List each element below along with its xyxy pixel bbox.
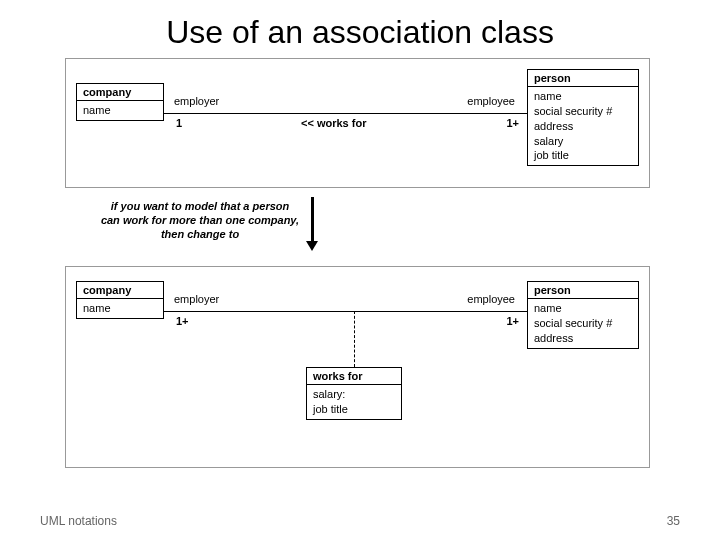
class-person-2: person name social security # address bbox=[527, 281, 639, 349]
class-person: person name social security # address sa… bbox=[527, 69, 639, 166]
class-company-2-name: company bbox=[77, 282, 163, 299]
association-line bbox=[164, 113, 527, 114]
class-company: company name bbox=[76, 83, 164, 121]
works-for-attrs: salary: job title bbox=[307, 385, 401, 419]
multiplicity-left-2: 1+ bbox=[176, 315, 189, 327]
association-class-dashed-link bbox=[354, 311, 355, 367]
footer-label: UML notations bbox=[40, 514, 117, 528]
multiplicity-right-2: 1+ bbox=[506, 315, 519, 327]
class-person-attrs: name social security # address salary jo… bbox=[528, 87, 638, 165]
role-employee-2: employee bbox=[467, 293, 515, 305]
multiplicity-left: 1 bbox=[176, 117, 182, 129]
class-person-2-name: person bbox=[528, 282, 638, 299]
role-employee: employee bbox=[467, 95, 515, 107]
role-employer-2: employer bbox=[174, 293, 219, 305]
class-person-name: person bbox=[528, 70, 638, 87]
association-class-works-for: works for salary: job title bbox=[306, 367, 402, 420]
down-arrow-icon bbox=[306, 197, 318, 251]
slide-title: Use of an association class bbox=[0, 0, 720, 51]
class-company-name: company bbox=[77, 84, 163, 101]
diagram-bottom-panel: company name person name social security… bbox=[65, 266, 650, 468]
works-for-name: works for bbox=[307, 368, 401, 385]
diagram-top-panel: company name person name social security… bbox=[65, 58, 650, 188]
page-number: 35 bbox=[667, 514, 680, 528]
class-person-2-attrs: name social security # address bbox=[528, 299, 638, 348]
transition-text: if you want to model that a person can w… bbox=[100, 200, 300, 241]
class-company-2-attrs: name bbox=[77, 299, 163, 318]
role-employer: employer bbox=[174, 95, 219, 107]
class-company-attrs: name bbox=[77, 101, 163, 120]
multiplicity-right: 1+ bbox=[506, 117, 519, 129]
association-label: << works for bbox=[301, 117, 366, 129]
class-company-2: company name bbox=[76, 281, 164, 319]
association-line-2 bbox=[164, 311, 527, 312]
